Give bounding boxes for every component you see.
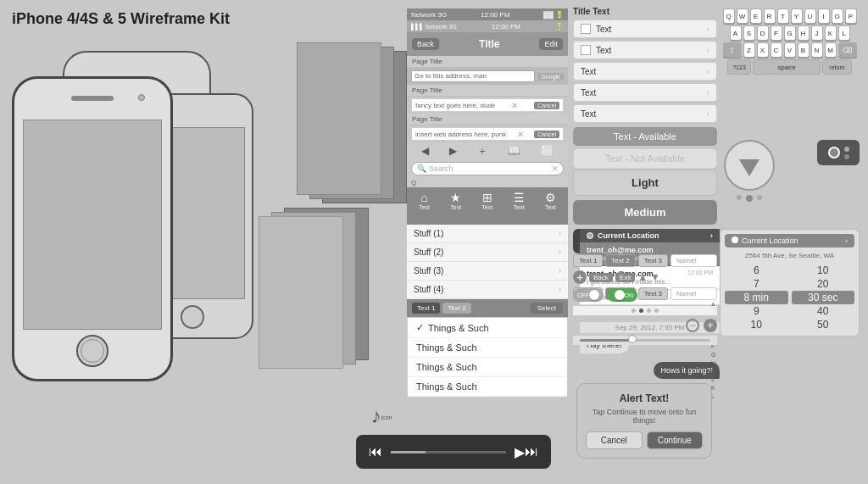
scroll-dot-3[interactable] [647, 309, 651, 313]
seg-btn-2[interactable]: Text 2 [442, 303, 470, 314]
key-y[interactable]: Y [791, 8, 803, 24]
dropdown-item-3[interactable]: Things & Such [408, 358, 567, 377]
key-w[interactable]: W [737, 8, 748, 24]
key-backspace[interactable]: ⌫ [838, 42, 857, 58]
tp-item-7[interactable]: 7 [725, 277, 788, 291]
list-item-2[interactable]: Stuff (2) › [407, 243, 568, 262]
key-s[interactable]: S [743, 25, 755, 41]
key-m[interactable]: M [825, 42, 837, 58]
cancel-button-2[interactable]: Cancel [534, 131, 559, 138]
search-input[interactable]: 🔍 Search ✕ [411, 162, 564, 175]
key-j[interactable]: J [811, 25, 823, 41]
tab-star[interactable]: ★ Text [450, 191, 461, 223]
list-item-1[interactable]: Stuff (1) › [407, 225, 568, 243]
down-icon[interactable]: ▼ [650, 271, 660, 283]
alert-confirm-button[interactable]: Continue [647, 431, 704, 449]
back-button[interactable]: Back [412, 38, 439, 50]
tab-grid[interactable]: ⊞ Text [481, 191, 492, 223]
tp-item-50[interactable]: 50 [792, 318, 855, 331]
list-item-4[interactable]: Stuff (4) › [407, 281, 568, 299]
settings-row-1[interactable]: Text › [573, 19, 717, 38]
tp-item-20[interactable]: 20 [792, 277, 855, 291]
plus-icon[interactable]: ＋ [477, 144, 487, 159]
text-field-2[interactable]: insert web address here, punk ✕ Cancel [411, 127, 564, 141]
alert-cancel-button[interactable]: Cancel [586, 431, 643, 449]
edit-seg-3[interactable]: Text 3 [638, 254, 668, 267]
key-v[interactable]: V [784, 42, 796, 58]
scroll-dot-1[interactable] [632, 309, 636, 313]
book-icon[interactable]: 📖 [508, 145, 520, 157]
edit-seg-1[interactable]: Text 1 [573, 254, 603, 267]
medium-button[interactable]: Medium [573, 200, 717, 225]
tp-item-40[interactable]: 40 [792, 304, 855, 318]
key-d[interactable]: D [757, 25, 769, 41]
list-item-3[interactable]: Stuff (3) › [407, 262, 568, 281]
alpha-k[interactable]: K [711, 384, 720, 392]
key-z[interactable]: Z [743, 42, 755, 58]
light-button[interactable]: Light [573, 170, 717, 196]
back-nav-icon[interactable]: ◀ [421, 145, 429, 157]
key-c[interactable]: C [771, 42, 782, 58]
tab-home[interactable]: ⌂ Text [419, 191, 430, 223]
google-button[interactable]: Google [537, 73, 564, 81]
back-btn-edit[interactable]: Back [589, 273, 613, 282]
slider-thumb[interactable] [628, 335, 637, 343]
settings-row-5[interactable]: Text › [573, 104, 717, 123]
alpha-h[interactable]: H [711, 359, 720, 368]
key-return[interactable]: return [822, 59, 852, 75]
checkbox-1[interactable] [581, 24, 591, 34]
key-p[interactable]: P [845, 8, 857, 24]
prev-button[interactable]: ⏮ [369, 444, 382, 459]
dial-circle[interactable] [724, 140, 775, 191]
tp-item-10[interactable]: 10 [725, 318, 788, 331]
search-clear-icon[interactable]: ✕ [552, 164, 559, 173]
toggle-on[interactable]: ON [607, 288, 637, 302]
key-shift[interactable]: ⇧ [723, 42, 742, 58]
seg-select-btn[interactable]: Select [531, 303, 563, 314]
key-f[interactable]: F [771, 25, 782, 41]
key-space[interactable]: space [753, 59, 821, 75]
slider-track[interactable] [580, 339, 710, 342]
text-field-1[interactable]: fancy text goes here, dude ✕ Cancel [411, 98, 564, 112]
key-q[interactable]: Q [723, 8, 735, 24]
key-k[interactable]: K [825, 25, 837, 41]
checkbox-2[interactable] [581, 45, 591, 55]
location-nav-icon[interactable]: › [845, 236, 848, 245]
scroll-dot-4[interactable] [654, 309, 659, 313]
key-i[interactable]: I [818, 8, 830, 24]
key-a[interactable]: A [730, 25, 742, 41]
clear-icon[interactable]: ✕ [511, 101, 518, 110]
key-n[interactable]: N [811, 42, 823, 58]
alpha-l[interactable]: L [711, 392, 720, 401]
name-input[interactable]: Name! [670, 254, 717, 267]
key-e[interactable]: E [750, 8, 762, 24]
tp-item-8min[interactable]: 8 min [725, 291, 788, 304]
settings-row-4[interactable]: Text › [573, 83, 717, 102]
settings-row-2[interactable]: Text › [573, 41, 717, 59]
dropdown-item-1[interactable]: Things & Such [408, 318, 567, 338]
key-g[interactable]: G [784, 25, 796, 41]
share-icon[interactable]: ⬜ [541, 145, 554, 157]
next-button[interactable]: ⏭ [525, 444, 538, 459]
play-button[interactable]: ▶ [515, 444, 525, 460]
key-o[interactable]: O [832, 8, 843, 24]
key-l[interactable]: L [838, 25, 850, 41]
toggle-off[interactable]: OFF [573, 288, 604, 302]
tp-item-10s[interactable]: 10 [792, 264, 855, 277]
tp-item-9[interactable]: 9 [725, 304, 788, 318]
alpha-g[interactable]: G [711, 351, 720, 359]
progress-bar[interactable] [391, 451, 506, 453]
phone-front-home-button[interactable] [76, 335, 108, 367]
key-u[interactable]: U [804, 8, 816, 24]
edit-seg-2[interactable]: Text 2 [605, 254, 635, 267]
email-expand-icon[interactable]: › [710, 231, 713, 240]
tab-gear[interactable]: ⚙ Text [545, 191, 556, 223]
exit-btn-edit[interactable]: Exit [615, 273, 635, 282]
plus-circle-button[interactable]: + [704, 319, 717, 332]
tab-bar[interactable]: ⌂ Text ★ Text ⊞ Text ☰ Text ⚙ Text [407, 187, 568, 225]
plus-button[interactable]: + [573, 270, 587, 284]
forward-nav-icon[interactable]: ▶ [449, 145, 457, 157]
up-icon[interactable]: ▲ [637, 271, 648, 283]
alpha-j[interactable]: J [711, 376, 720, 384]
scroll-dot-2[interactable] [639, 309, 643, 313]
